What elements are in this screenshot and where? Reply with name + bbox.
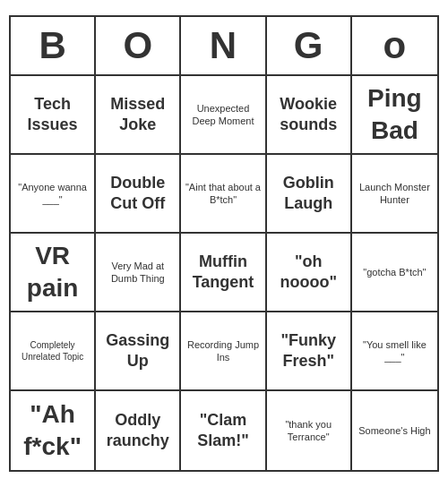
- bingo-cell-9: Launch Monster Hunter: [352, 155, 437, 234]
- bingo-cell-7: "Aint that about a B*tch": [181, 155, 266, 234]
- bingo-cell-4: Ping Bad: [352, 76, 437, 155]
- bingo-cell-22: "Clam Slam!": [181, 391, 266, 470]
- bingo-cell-19: "You smell like ___": [352, 312, 437, 391]
- bingo-cell-23: "thank you Terrance": [267, 391, 352, 470]
- bingo-letter-g: G: [267, 17, 352, 74]
- bingo-grid: Tech IssuesMissed JokeUnexpected Deep Mo…: [11, 76, 437, 470]
- bingo-cell-8: Goblin Laugh: [267, 155, 352, 234]
- bingo-letter-o: o: [352, 17, 437, 74]
- bingo-cell-0: Tech Issues: [11, 76, 96, 155]
- bingo-cell-20: "Ah f*ck": [11, 391, 96, 470]
- bingo-cell-12: Muffin Tangent: [181, 234, 266, 312]
- bingo-cell-5: "Anyone wanna ___": [11, 155, 96, 234]
- bingo-cell-11: Very Mad at Dumb Thing: [96, 234, 181, 312]
- bingo-header: BONGo: [11, 17, 437, 76]
- bingo-letter-b: B: [11, 17, 96, 74]
- bingo-card: BONGo Tech IssuesMissed JokeUnexpected D…: [9, 15, 439, 472]
- bingo-cell-24: Someone's High: [352, 391, 437, 470]
- bingo-cell-21: Oddly raunchy: [96, 391, 181, 470]
- bingo-cell-1: Missed Joke: [96, 76, 181, 155]
- bingo-cell-6: Double Cut Off: [96, 155, 181, 234]
- bingo-cell-13: "oh noooo": [267, 234, 352, 312]
- bingo-cell-17: Recording Jump Ins: [181, 312, 266, 391]
- bingo-letter-n: N: [181, 17, 266, 74]
- bingo-cell-3: Wookie sounds: [267, 76, 352, 155]
- bingo-cell-18: "Funky Fresh": [267, 312, 352, 391]
- bingo-cell-10: VR pain: [11, 234, 96, 312]
- bingo-letter-o: O: [96, 17, 181, 74]
- bingo-cell-2: Unexpected Deep Moment: [181, 76, 266, 155]
- bingo-cell-14: "gotcha B*tch": [352, 234, 437, 312]
- bingo-cell-15: Completely Unrelated Topic: [11, 312, 96, 391]
- bingo-cell-16: Gassing Up: [96, 312, 181, 391]
